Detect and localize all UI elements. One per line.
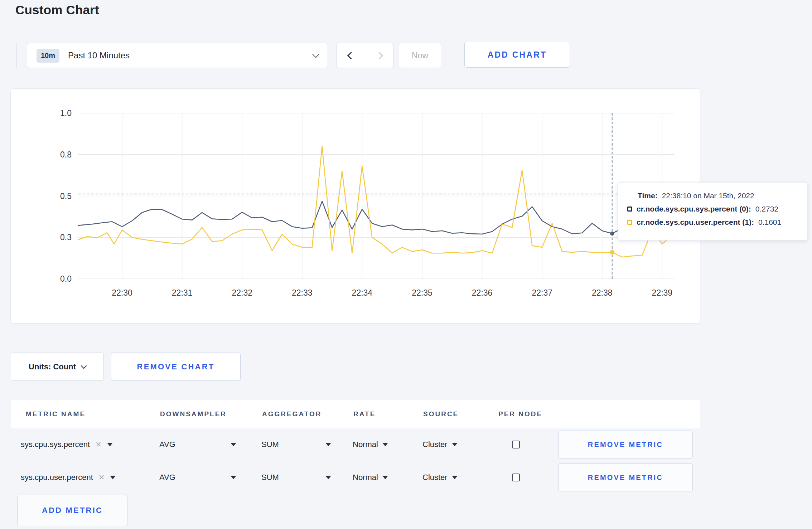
downsampler-select-value: AVG <box>159 440 175 449</box>
chevron-left-icon <box>347 52 354 59</box>
column-header-per-node: PER NODE <box>498 410 544 418</box>
svg-text:22:33: 22:33 <box>292 288 313 297</box>
page-title: Custom Chart <box>15 3 99 17</box>
svg-text:22:39: 22:39 <box>652 288 673 297</box>
units-dropdown[interactable]: Units: Count <box>11 353 104 381</box>
caret-down-icon <box>382 476 388 479</box>
metric-name-value: sys.cpu.user.percent <box>21 473 93 482</box>
caret-down-icon <box>452 443 458 446</box>
source-select-value: Cluster <box>422 440 448 449</box>
svg-text:22:30: 22:30 <box>112 288 132 297</box>
tooltip-series-value: 0.2732 <box>755 205 778 213</box>
tooltip-series-label: cr.node.sys.cpu.sys.percent (0): <box>637 205 751 213</box>
time-series-chart[interactable]: 0.00.30.50.81.022:3022:3122:3222:3322:34… <box>11 89 701 324</box>
caret-down-icon <box>325 476 331 479</box>
svg-text:0.5: 0.5 <box>60 191 72 201</box>
column-header-metric-name: METRIC NAME <box>11 410 159 418</box>
svg-text:22:34: 22:34 <box>352 288 373 297</box>
svg-text:22:32: 22:32 <box>232 288 252 297</box>
metric-name-select[interactable]: sys.cpu.sys.percent✕ <box>11 440 159 449</box>
prev-range-button[interactable] <box>337 43 365 68</box>
rate-select[interactable]: Normal <box>353 473 388 482</box>
metrics-table-rows: sys.cpu.sys.percent✕AVGSUMNormalClusterR… <box>11 428 700 494</box>
caret-down-icon <box>110 476 116 479</box>
rate-select-value: Normal <box>353 473 378 482</box>
aggregator-select[interactable]: SUM <box>261 440 331 449</box>
chevron-right-icon <box>376 52 383 59</box>
svg-text:22:35: 22:35 <box>412 288 432 297</box>
time-range-label: Past 10 Minutes <box>68 50 130 60</box>
per-node-checkbox[interactable] <box>512 474 520 481</box>
tooltip-time-row: Time: 22:38:10 on Mar 15th, 2022 <box>638 191 800 200</box>
caret-down-icon <box>231 443 236 446</box>
tooltip-series-row: cr.node.sys.cpu.sys.percent (0): 0.2732 <box>627 205 800 213</box>
chart-card: 0.00.30.50.81.022:3022:3122:3222:3322:34… <box>10 88 700 324</box>
column-header-rate: RATE <box>353 410 422 418</box>
remove-metric-button[interactable]: REMOVE METRIC <box>558 464 693 491</box>
per-node-checkbox[interactable] <box>512 441 520 448</box>
chevron-down-icon <box>81 363 87 369</box>
svg-text:22:37: 22:37 <box>532 288 552 297</box>
aggregator-select[interactable]: SUM <box>261 473 331 482</box>
chart-tooltip: Time: 22:38:10 on Mar 15th, 2022 cr.node… <box>618 182 808 241</box>
svg-text:22:36: 22:36 <box>472 288 493 297</box>
add-chart-button[interactable]: ADD CHART <box>464 42 570 68</box>
metric-row: sys.cpu.user.percent✕AVGSUMNormalCluster… <box>11 461 700 494</box>
metric-name-select[interactable]: sys.cpu.user.percent✕ <box>11 473 159 482</box>
svg-text:0.8: 0.8 <box>60 150 72 159</box>
remove-chart-button[interactable]: REMOVE CHART <box>111 353 241 381</box>
caret-down-icon <box>107 443 113 446</box>
svg-text:22:38: 22:38 <box>592 288 613 297</box>
next-range-button[interactable] <box>365 43 393 68</box>
column-header-aggregator: AGGREGATOR <box>261 410 353 418</box>
time-range-badge: 10m <box>37 49 59 63</box>
time-range-dropdown[interactable]: 10m Past 10 Minutes <box>27 43 328 68</box>
svg-text:1.0: 1.0 <box>60 108 72 118</box>
toolbar-left-rule <box>16 43 17 68</box>
source-select[interactable]: Cluster <box>422 440 458 449</box>
rate-select-value: Normal <box>353 440 378 449</box>
metric-row: sys.cpu.sys.percent✕AVGSUMNormalClusterR… <box>11 428 700 461</box>
aggregator-select-value: SUM <box>261 473 279 482</box>
metrics-table-header: METRIC NAMEDOWNSAMPLERAGGREGATORRATESOUR… <box>11 400 700 428</box>
clear-metric-icon[interactable]: ✕ <box>95 440 102 449</box>
caret-down-icon <box>325 443 331 446</box>
caret-down-icon <box>231 476 236 479</box>
add-metric-button[interactable]: ADD METRIC <box>17 495 127 526</box>
tooltip-series-label: cr.node.sys.cpu.user.percent (1): <box>637 218 754 227</box>
now-button[interactable]: Now <box>399 43 441 68</box>
downsampler-select-value: AVG <box>159 473 175 482</box>
rate-select[interactable]: Normal <box>353 440 388 449</box>
tooltip-time-label: Time: <box>638 191 658 200</box>
downsampler-select[interactable]: AVG <box>159 473 236 482</box>
aggregator-select-value: SUM <box>261 440 279 449</box>
caret-down-icon <box>452 476 458 479</box>
metric-name-value: sys.cpu.sys.percent <box>21 440 90 449</box>
svg-text:0.0: 0.0 <box>60 274 72 283</box>
time-range-nav <box>337 43 394 68</box>
tooltip-time-value: 22:38:10 on Mar 15th, 2022 <box>662 191 754 200</box>
source-select[interactable]: Cluster <box>422 473 458 482</box>
column-header-downsampler: DOWNSAMPLER <box>159 410 261 418</box>
chevron-down-icon <box>312 51 319 58</box>
clear-metric-icon[interactable]: ✕ <box>98 473 105 482</box>
downsampler-select[interactable]: AVG <box>159 440 236 449</box>
svg-text:22:31: 22:31 <box>172 288 193 297</box>
tooltip-series-value: 0.1601 <box>758 218 781 227</box>
tooltip-series-row: cr.node.sys.cpu.user.percent (1): 0.1601 <box>627 218 800 227</box>
source-select-value: Cluster <box>422 473 448 482</box>
user-series-swatch-icon <box>627 220 632 225</box>
sys-series-swatch-icon <box>627 207 632 212</box>
svg-text:0.3: 0.3 <box>60 233 72 242</box>
units-label: Units: Count <box>29 362 76 372</box>
caret-down-icon <box>382 443 388 446</box>
column-header-source: SOURCE <box>422 410 498 418</box>
remove-metric-button[interactable]: REMOVE METRIC <box>558 431 693 458</box>
